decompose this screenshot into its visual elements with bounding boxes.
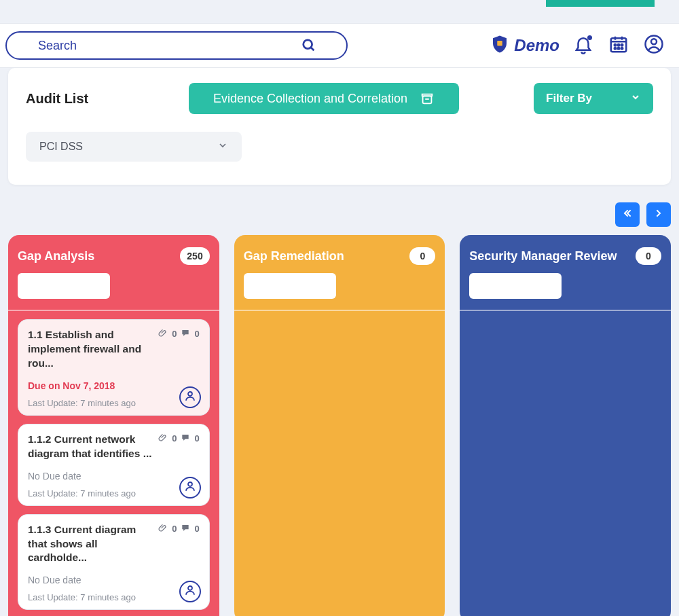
chevron-down-icon: [630, 92, 641, 106]
task-card-assignee[interactable]: [179, 581, 201, 602]
chevron-down-icon: [217, 140, 228, 153]
board-column: Security Manager Review 0: [460, 235, 671, 616]
task-card-updated: Last Update: 7 minutes ago: [28, 488, 200, 499]
board-scroll-controls: [0, 185, 679, 235]
chevron-left-double-icon: [622, 208, 633, 221]
search-field-wrap[interactable]: [5, 31, 348, 60]
audit-panel-row: Audit List Evidence Collection and Corre…: [26, 83, 653, 114]
task-card-due: No Due date: [28, 471, 200, 482]
attachments-count: 0: [172, 329, 177, 339]
paperclip-icon: [158, 328, 168, 340]
paperclip-icon: [158, 523, 168, 535]
audit-list-title: Audit List: [26, 91, 174, 107]
task-card-updated: Last Update: 7 minutes ago: [28, 592, 200, 602]
profile-button[interactable]: [642, 34, 665, 57]
column-divider: [8, 310, 219, 311]
svg-point-14: [651, 39, 657, 44]
svg-point-0: [304, 40, 312, 49]
top-accent-bar: [546, 0, 655, 7]
evidence-collection-button[interactable]: Evidence Collection and Correlation: [189, 83, 459, 114]
task-card-meta: 0 0: [158, 523, 199, 535]
column-quick-input[interactable]: [469, 273, 562, 299]
svg-point-12: [621, 48, 623, 50]
attachments-count: 0: [172, 433, 177, 443]
task-card-due: Due on Nov 7, 2018: [28, 380, 200, 391]
comment-icon: [181, 433, 190, 444]
task-card[interactable]: 1.1.3 Current diagram that shows all car…: [18, 514, 210, 611]
column-header: Gap Analysis 250: [18, 247, 210, 265]
column-title: Gap Analysis: [18, 249, 94, 264]
svg-point-11: [618, 48, 620, 50]
svg-point-8: [618, 44, 620, 46]
evidence-button-label: Evidence Collection and Correlation: [213, 92, 407, 106]
calendar-icon: [608, 34, 629, 57]
user-icon: [644, 34, 664, 57]
svg-point-7: [614, 44, 617, 46]
svg-point-10: [614, 48, 617, 50]
comments-count: 0: [194, 433, 199, 443]
shield-icon: [490, 34, 510, 57]
bell-icon: [573, 34, 593, 57]
column-header: Security Manager Review 0: [469, 247, 661, 265]
comments-count: 0: [194, 329, 199, 339]
column-quick-input[interactable]: [18, 273, 110, 299]
calendar-button[interactable]: [607, 34, 630, 57]
task-card-meta: 0 0: [158, 433, 199, 444]
column-divider: [234, 310, 445, 311]
column-quick-input[interactable]: [244, 273, 336, 299]
audit-panel: Audit List Evidence Collection and Corre…: [8, 68, 671, 185]
board-column: Gap Analysis 250 1.1 Establish and imple…: [8, 235, 219, 616]
column-count-badge: 250: [180, 247, 209, 265]
task-card[interactable]: 1.1.2 Current network diagram that ident…: [18, 424, 210, 506]
task-card-assignee[interactable]: [179, 477, 201, 499]
svg-point-9: [621, 44, 623, 46]
comments-count: 0: [194, 524, 199, 534]
brand-logo[interactable]: Demo: [490, 34, 559, 57]
notifications-button[interactable]: [572, 34, 595, 57]
attachments-count: 0: [172, 524, 177, 534]
task-card-meta: 0 0: [158, 328, 199, 340]
framework-selected-value: PCI DSS: [39, 141, 83, 153]
svg-line-1: [311, 48, 314, 51]
framework-select[interactable]: PCI DSS: [26, 132, 242, 162]
task-card-assignee[interactable]: [179, 386, 201, 408]
task-card-due: No Due date: [28, 575, 200, 585]
search-input[interactable]: [38, 39, 334, 53]
user-icon: [184, 390, 196, 405]
paperclip-icon: [158, 433, 168, 444]
kanban-board: Gap Analysis 250 1.1 Establish and imple…: [0, 235, 679, 616]
search-icon[interactable]: [301, 38, 316, 53]
task-card[interactable]: 1.1 Establish and implement firewall and…: [18, 319, 210, 416]
column-title: Gap Remediation: [244, 249, 344, 264]
archive-icon: [420, 91, 435, 106]
task-card-updated: Last Update: 7 minutes ago: [28, 398, 200, 408]
app-header: Demo: [0, 23, 679, 68]
column-header: Gap Remediation 0: [244, 247, 436, 265]
task-card-title: 1.1.3 Current diagram that shows all car…: [28, 523, 153, 566]
scroll-left-button[interactable]: [615, 202, 640, 227]
brand-text: Demo: [514, 36, 559, 55]
user-icon: [184, 584, 196, 599]
chevron-right-icon: [653, 208, 664, 221]
column-cards: 1.1 Establish and implement firewall and…: [18, 319, 210, 616]
comment-icon: [181, 523, 190, 535]
column-divider: [460, 310, 671, 311]
board-column: Gap Remediation 0: [234, 235, 445, 616]
column-count-badge: 0: [636, 247, 661, 265]
comment-icon: [181, 328, 190, 340]
task-card-title: 1.1.2 Current network diagram that ident…: [28, 433, 153, 461]
column-count-badge: 0: [409, 247, 435, 265]
filter-by-dropdown[interactable]: Filter By: [534, 83, 653, 114]
task-card-title: 1.1 Establish and implement firewall and…: [28, 328, 153, 371]
svg-rect-2: [498, 41, 503, 46]
column-title: Security Manager Review: [469, 249, 617, 264]
filter-by-label: Filter By: [546, 92, 592, 105]
scroll-right-button[interactable]: [646, 202, 671, 227]
user-icon: [184, 480, 196, 495]
